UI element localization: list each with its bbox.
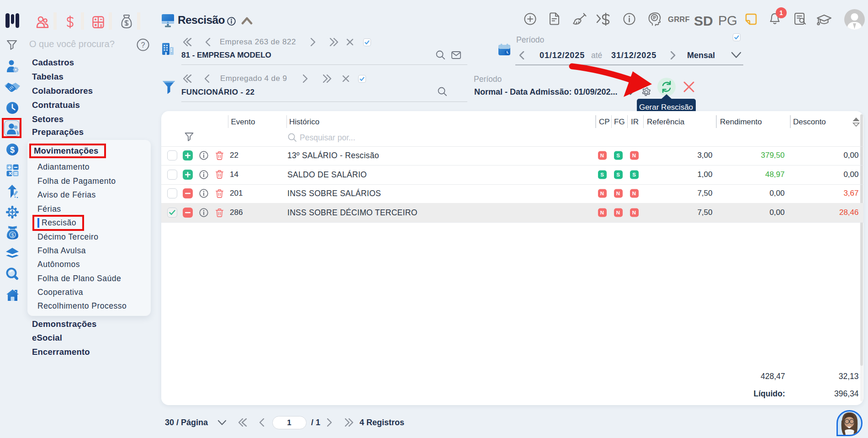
svg-text:?: ? — [141, 41, 145, 49]
svg-text:$: $ — [10, 145, 15, 155]
svg-text:$: $ — [11, 232, 14, 238]
svg-text:1: 1 — [779, 9, 783, 16]
